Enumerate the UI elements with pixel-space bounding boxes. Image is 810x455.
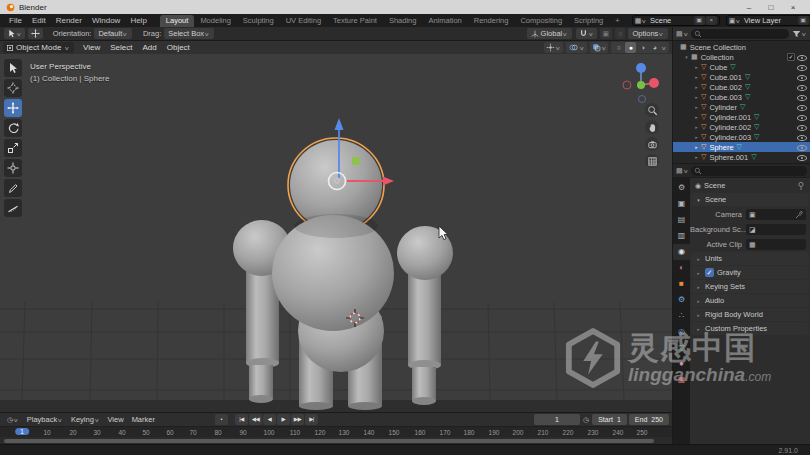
gizmo-plane-handle[interactable] [352, 157, 360, 165]
workspace-tab-layout[interactable]: Layout [160, 15, 195, 27]
eye-icon[interactable] [797, 143, 806, 152]
menu-help[interactable]: Help [125, 16, 151, 25]
outliner-row-cube-002[interactable]: ▸▽Cube.002▽ [673, 82, 810, 92]
menu-select[interactable]: Select [105, 43, 137, 52]
proportional-edit-button[interactable]: ○ [615, 28, 625, 39]
eye-icon[interactable] [797, 133, 806, 142]
collection-checkbox[interactable]: ✓ [787, 53, 795, 61]
outliner-row-cube-003[interactable]: ▸▽Cube.003▽ [673, 92, 810, 102]
menu-object[interactable]: Object [162, 43, 195, 52]
maximize-button[interactable]: □ [760, 3, 782, 12]
workspace-tab-shading[interactable]: Shading [383, 15, 423, 27]
navigation-gizmo[interactable] [620, 58, 662, 104]
robot-model[interactable] [233, 138, 453, 410]
timeline-editor-type-button[interactable]: ◷ ∨ [3, 416, 23, 423]
properties-tab-material[interactable]: ● [673, 356, 690, 372]
preview-range-clock-icon[interactable]: ◷ [583, 416, 589, 423]
current-frame-field[interactable]: 1 [534, 414, 580, 425]
panel-scene[interactable]: ▾ Scene [691, 193, 809, 206]
gizmos-toggle-button[interactable]: ∨ [544, 42, 563, 53]
auto-keying-button[interactable]: ▪ [215, 414, 228, 425]
add-workspace-button[interactable]: + [609, 15, 625, 27]
tool-cursor[interactable] [4, 79, 22, 97]
properties-tab-modifiers[interactable]: ⚙ [673, 292, 690, 308]
outliner-search-input[interactable] [691, 29, 789, 39]
close-button[interactable]: × [782, 3, 804, 12]
workspace-tab-sculpting[interactable]: Sculpting [237, 15, 280, 27]
workspace-tab-animation[interactable]: Animation [422, 15, 467, 27]
disclosure-triangle-icon[interactable]: ▸ [693, 84, 700, 90]
outliner-row-sphere-selected[interactable]: ▸▽Sphere▽ [673, 142, 810, 152]
menu-playback[interactable]: Playback∨ [23, 415, 67, 424]
editor-type-icon[interactable]: ▤ [676, 167, 683, 174]
outliner-row-collection[interactable]: ▾ ▦ Collection ✓ [673, 52, 810, 62]
menu-view[interactable]: View [78, 43, 105, 52]
workspace-tab-rendering[interactable]: Rendering [468, 15, 515, 27]
play-reverse-button[interactable]: ◀ [263, 414, 276, 425]
menu-window[interactable]: Window [87, 16, 125, 25]
outliner-row-cube-001[interactable]: ▸▽Cube.001▽ [673, 72, 810, 82]
active-clip-input[interactable]: ▦ [746, 239, 806, 250]
workspace-tab-uv-editing[interactable]: UV Editing [280, 15, 327, 27]
outliner-row-cylinder-002[interactable]: ▸▽Cylinder.002▽ [673, 122, 810, 132]
eye-icon[interactable] [797, 123, 806, 132]
axis-z-handle[interactable] [636, 63, 646, 73]
prev-keyframe-button[interactable]: ◀◀ [249, 414, 262, 425]
background-scene-input[interactable]: ◪ [746, 224, 806, 235]
scene-canvas[interactable] [0, 54, 672, 412]
properties-tab-scene[interactable]: ◉ [673, 244, 690, 260]
timeline-scrollbar[interactable] [0, 437, 672, 444]
properties-tab-object[interactable]: ■ [673, 276, 690, 292]
workspace-tab-scripting[interactable]: Scripting [568, 15, 609, 27]
xray-toggle-button[interactable]: ∨ [590, 42, 609, 53]
disclosure-triangle-icon[interactable]: ▸ [693, 134, 700, 140]
eye-icon[interactable] [797, 153, 806, 162]
outliner-row-cylinder[interactable]: ▸▽Cylinder▽ [673, 102, 810, 112]
disclosure-triangle-icon[interactable]: ▸ [693, 154, 700, 160]
pin-icon[interactable] [797, 181, 805, 191]
properties-tab-render[interactable]: ▣ [673, 196, 690, 212]
next-keyframe-button[interactable]: ▶▶ [291, 414, 304, 425]
disclosure-triangle-icon[interactable]: ▾ [683, 54, 690, 60]
tool-move[interactable] [4, 99, 22, 117]
rendered-shading-button[interactable]: ◕ [649, 42, 660, 53]
minimize-button[interactable]: – [738, 3, 760, 12]
mode-selector[interactable]: Object Mode ∨ [3, 42, 74, 53]
new-scene-button[interactable]: ▣ [694, 16, 705, 25]
solid-shading-button[interactable]: ● [625, 42, 636, 53]
zoom-button[interactable] [645, 103, 659, 117]
material-preview-button[interactable]: ◑ [637, 42, 648, 53]
snap-target-button[interactable]: ▣ [600, 28, 613, 39]
tool-annotate[interactable] [4, 179, 22, 197]
move-tool-button[interactable] [28, 28, 43, 39]
axis-x-handle[interactable] [649, 78, 659, 88]
outliner-row-cube[interactable]: ▸▽Cube▽ [673, 62, 810, 72]
properties-tab-texture[interactable]: ▦ [673, 372, 690, 388]
jump-to-start-button[interactable]: |◀ [235, 414, 248, 425]
active-tool-button[interactable]: ∨ [4, 28, 25, 39]
disclosure-triangle-icon[interactable]: ▸ [693, 104, 700, 110]
tool-scale[interactable] [4, 139, 22, 157]
properties-tab-object-data[interactable]: ▽ [673, 340, 690, 356]
wireframe-shading-button[interactable]: ○ [613, 42, 624, 53]
axis-y-handle[interactable] [637, 81, 645, 89]
axis-neg-z-handle[interactable] [639, 96, 646, 103]
options-dropdown[interactable]: Options ∨ [628, 28, 668, 39]
gravity-checkbox[interactable]: ✓ [705, 268, 714, 277]
eyedropper-icon[interactable] [795, 211, 803, 219]
menu-render[interactable]: Render [51, 16, 87, 25]
end-frame-field[interactable]: End250 [629, 414, 669, 425]
robot-hand-right[interactable] [412, 367, 436, 401]
disclosure-triangle-icon[interactable]: ▸ [693, 144, 700, 150]
eye-icon[interactable] [797, 73, 806, 82]
properties-tab-physics[interactable]: ◎ [673, 324, 690, 340]
outliner-row-sphere-001[interactable]: ▸▽Sphere.001▽ [673, 152, 810, 162]
properties-tab-tool[interactable]: ⚙ [673, 180, 690, 196]
disclosure-triangle-icon[interactable]: ▸ [693, 94, 700, 100]
properties-tab-world[interactable]: ◐ [673, 260, 690, 276]
tool-transform[interactable] [4, 159, 22, 177]
menu-file[interactable]: File [4, 16, 27, 25]
transform-orientation-dropdown[interactable]: Global ∨ [527, 28, 572, 39]
panel-units[interactable]: ▸Units [691, 252, 809, 265]
current-frame-marker[interactable]: 1 [15, 428, 29, 435]
